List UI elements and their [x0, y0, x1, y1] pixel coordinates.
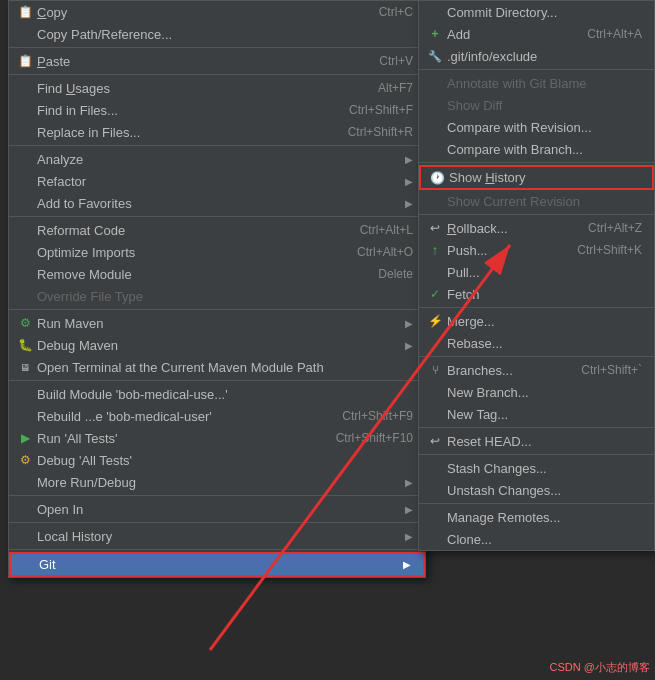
open-in-label: Open In — [37, 502, 397, 517]
rollback-label: Rollback... — [447, 221, 568, 236]
separator-1 — [9, 47, 425, 48]
menu-item-reformat-code[interactable]: Reformat Code Ctrl+Alt+L — [9, 219, 425, 241]
rollback-shortcut: Ctrl+Alt+Z — [588, 221, 642, 235]
menu-item-unstash-changes[interactable]: Unstash Changes... — [419, 479, 654, 501]
menu-item-local-history[interactable]: Local History ▶ — [9, 525, 425, 547]
menu-item-commit-dir[interactable]: Commit Directory... — [419, 1, 654, 23]
show-diff-label: Show Diff — [447, 98, 642, 113]
menu-item-replace-in-files[interactable]: Replace in Files... Ctrl+Shift+R — [9, 121, 425, 143]
merge-icon: ⚡ — [427, 313, 443, 329]
menu-item-branches[interactable]: ⑂ Branches... Ctrl+Shift+` — [419, 359, 654, 381]
menu-item-paste[interactable]: 📋 Paste Ctrl+V — [9, 50, 425, 72]
menu-item-find-usages[interactable]: Find Usages Alt+F7 — [9, 77, 425, 99]
paste-icon: 📋 — [17, 53, 33, 69]
menu-item-git[interactable]: Git ▶ — [9, 552, 425, 577]
debug-tests-icon: ⚙ — [17, 452, 33, 468]
menu-item-open-terminal[interactable]: 🖥 Open Terminal at the Current Maven Mod… — [9, 356, 425, 378]
more-run-label: More Run/Debug — [37, 475, 397, 490]
menu-item-manage-remotes[interactable]: Manage Remotes... — [419, 506, 654, 528]
menu-item-rollback[interactable]: ↩ Rollback... Ctrl+Alt+Z — [419, 217, 654, 239]
branches-icon: ⑂ — [427, 362, 443, 378]
rollback-icon: ↩ — [427, 220, 443, 236]
menu-item-rebuild[interactable]: Rebuild ...e 'bob-medical-user' Ctrl+Shi… — [9, 405, 425, 427]
open-terminal-label: Open Terminal at the Current Maven Modul… — [37, 360, 413, 375]
manage-remotes-label: Manage Remotes... — [447, 510, 642, 525]
reformat-code-label: Reformat Code — [37, 223, 340, 238]
optimize-imports-shortcut: Ctrl+Alt+O — [357, 245, 413, 259]
replace-in-files-shortcut: Ctrl+Shift+R — [348, 125, 413, 139]
copy-shortcut: Ctrl+C — [379, 5, 413, 19]
menu-item-debug-maven[interactable]: 🐛 Debug Maven ▶ — [9, 334, 425, 356]
menu-item-new-branch[interactable]: New Branch... — [419, 381, 654, 403]
copy-path-label: Copy Path/Reference... — [37, 27, 413, 42]
separator-9 — [9, 549, 425, 550]
rebase-label: Rebase... — [447, 336, 642, 351]
menu-item-refactor[interactable]: Refactor ▶ — [9, 170, 425, 192]
debug-maven-icon: 🐛 — [17, 337, 33, 353]
refactor-arrow: ▶ — [405, 176, 413, 187]
push-icon: ↑ — [427, 242, 443, 258]
show-history-icon: 🕐 — [429, 170, 445, 186]
add-favorites-arrow: ▶ — [405, 198, 413, 209]
menu-item-more-run[interactable]: More Run/Debug ▶ — [9, 471, 425, 493]
git-arrow: ▶ — [403, 559, 411, 570]
override-file-type-label: Override File Type — [37, 289, 413, 304]
add-favorites-label: Add to Favorites — [37, 196, 397, 211]
add-label: Add — [447, 27, 567, 42]
menu-item-run-tests[interactable]: ▶ Run 'All Tests' Ctrl+Shift+F10 — [9, 427, 425, 449]
menu-item-fetch[interactable]: ✓ Fetch — [419, 283, 654, 305]
menu-item-copy[interactable]: 📋 Copy Ctrl+C — [9, 1, 425, 23]
menu-item-open-in[interactable]: Open In ▶ — [9, 498, 425, 520]
add-icon: + — [427, 26, 443, 42]
reformat-code-shortcut: Ctrl+Alt+L — [360, 223, 413, 237]
menu-item-add-favorites[interactable]: Add to Favorites ▶ — [9, 192, 425, 214]
menu-item-debug-tests[interactable]: ⚙ Debug 'All Tests' — [9, 449, 425, 471]
right-separator-6 — [419, 427, 654, 428]
rebuild-label: Rebuild ...e 'bob-medical-user' — [37, 409, 322, 424]
menu-item-show-diff: Show Diff — [419, 94, 654, 116]
menu-item-pull[interactable]: Pull... — [419, 261, 654, 283]
menu-item-merge[interactable]: ⚡ Merge... — [419, 310, 654, 332]
reset-head-icon: ↩ — [427, 433, 443, 449]
menu-item-find-in-files[interactable]: Find in Files... Ctrl+Shift+F — [9, 99, 425, 121]
rebuild-shortcut: Ctrl+Shift+F9 — [342, 409, 413, 423]
find-in-files-label: Find in Files... — [37, 103, 329, 118]
merge-label: Merge... — [447, 314, 642, 329]
menu-item-compare-revision[interactable]: Compare with Revision... — [419, 116, 654, 138]
push-shortcut: Ctrl+Shift+K — [577, 243, 642, 257]
fetch-label: Fetch — [447, 287, 642, 302]
menu-item-clone[interactable]: Clone... — [419, 528, 654, 550]
run-tests-label: Run 'All Tests' — [37, 431, 316, 446]
separator-3 — [9, 145, 425, 146]
branches-label: Branches... — [447, 363, 561, 378]
menu-item-copy-path[interactable]: Copy Path/Reference... — [9, 23, 425, 45]
menu-item-optimize-imports[interactable]: Optimize Imports Ctrl+Alt+O — [9, 241, 425, 263]
copy-icon: 📋 — [17, 4, 33, 20]
debug-maven-arrow: ▶ — [405, 340, 413, 351]
optimize-imports-label: Optimize Imports — [37, 245, 337, 260]
menu-item-rebase[interactable]: Rebase... — [419, 332, 654, 354]
right-separator-4 — [419, 307, 654, 308]
menu-item-new-tag[interactable]: New Tag... — [419, 403, 654, 425]
menu-item-stash-changes[interactable]: Stash Changes... — [419, 457, 654, 479]
menu-item-show-history[interactable]: 🕐 Show History — [419, 165, 654, 190]
menu-item-push[interactable]: ↑ Push... Ctrl+Shift+K — [419, 239, 654, 261]
menu-item-reset-head[interactable]: ↩ Reset HEAD... — [419, 430, 654, 452]
compare-revision-label: Compare with Revision... — [447, 120, 642, 135]
menu-item-add[interactable]: + Add Ctrl+Alt+A — [419, 23, 654, 45]
gitinfo-exclude-label: .git/info/exclude — [447, 49, 642, 64]
menu-item-remove-module[interactable]: Remove Module Delete — [9, 263, 425, 285]
menu-item-build-module[interactable]: Build Module 'bob-medical-use...' — [9, 383, 425, 405]
separator-4 — [9, 216, 425, 217]
right-separator-8 — [419, 503, 654, 504]
branches-shortcut: Ctrl+Shift+` — [581, 363, 642, 377]
show-history-label: Show History — [449, 170, 640, 185]
menu-item-gitinfo-exclude[interactable]: 🔧 .git/info/exclude — [419, 45, 654, 67]
menu-item-compare-branch[interactable]: Compare with Branch... — [419, 138, 654, 160]
add-shortcut: Ctrl+Alt+A — [587, 27, 642, 41]
menu-item-run-maven[interactable]: ⚙ Run Maven ▶ — [9, 312, 425, 334]
remove-module-label: Remove Module — [37, 267, 358, 282]
menu-item-analyze[interactable]: Analyze ▶ — [9, 148, 425, 170]
fetch-icon: ✓ — [427, 286, 443, 302]
run-maven-icon: ⚙ — [17, 315, 33, 331]
